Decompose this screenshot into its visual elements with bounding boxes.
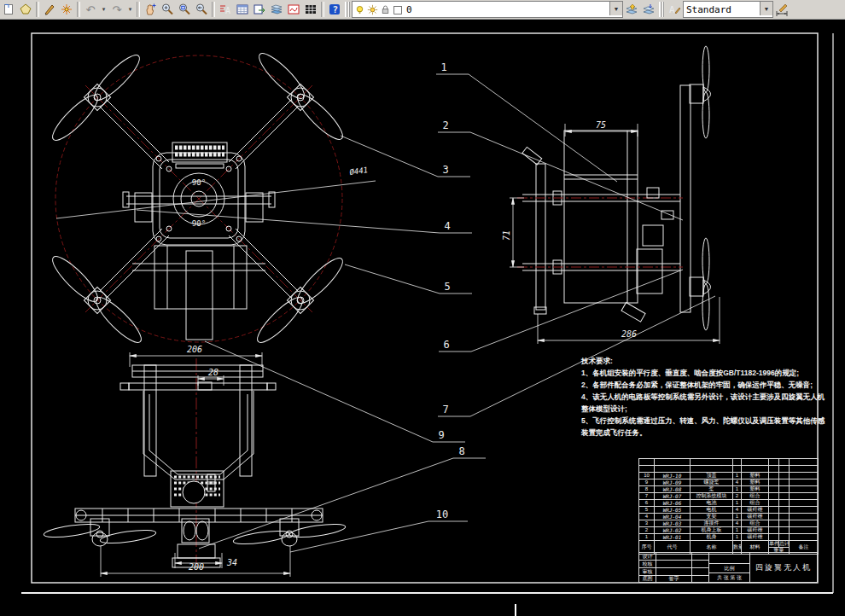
layer-combobox[interactable]: 0 ▼	[352, 1, 623, 18]
redo-button[interactable]: ↷	[108, 1, 125, 18]
notes-line: 2、各部件配合务必加紧，保证整体机架的牢固，确保运作平稳、无噪音;	[581, 379, 825, 391]
toolbar-separator	[137, 2, 140, 17]
cad-application-window: ↶ ▾ ↷ ▾ A ? 0 ▼ A	[0, 0, 845, 616]
bom-cell	[691, 466, 733, 473]
text-style-combobox[interactable]: Standard ▼	[683, 1, 773, 18]
text-style-button[interactable]: A	[666, 1, 683, 18]
bom-cell: 1	[733, 527, 742, 534]
title-block: 设计 校核 审核 底图 签字 比例 共 张 第 张 四旋翼无人机	[638, 552, 818, 583]
bom-cell: 1	[733, 514, 742, 520]
bom-cell	[742, 466, 769, 473]
titleblock-date-cell	[692, 576, 709, 583]
titleblock-sign-cell	[656, 568, 692, 576]
bom-cell	[779, 493, 790, 500]
bom-cell	[790, 479, 819, 486]
design-center-button[interactable]	[251, 1, 268, 18]
edit-text-icon: A	[219, 3, 232, 16]
layers-dialog-button[interactable]	[268, 1, 285, 18]
bom-cell: WRJ-09	[655, 479, 691, 486]
make-object-layer-current-button[interactable]	[623, 1, 640, 18]
dim-34: 34	[226, 558, 237, 567]
zoom-previous-icon	[195, 3, 208, 16]
layer-combo-arrow[interactable]: ▼	[609, 2, 622, 15]
dim-71: 71	[502, 230, 511, 241]
angle-bottom-label: 90°	[192, 219, 206, 228]
bom-cell: 4	[639, 514, 655, 520]
bom-cell	[769, 486, 779, 493]
bom-cell	[779, 507, 790, 514]
bom-cell	[691, 459, 733, 466]
bom-row: 5WRJ-05电机4碳纤维	[639, 507, 819, 514]
layer-previous-icon	[642, 3, 656, 16]
bom-cell: 5	[639, 507, 655, 514]
bom-cell: WRJ-02	[655, 527, 691, 534]
bom-cell: 7	[639, 493, 655, 500]
redo-dropdown[interactable]: ▾	[125, 1, 135, 18]
toolbar: ↶ ▾ ↷ ▾ A ? 0 ▼ A	[0, 0, 845, 20]
bom-cell: 电机	[691, 507, 733, 514]
parts-list-table: 10WRJ-10顶盖1塑料9WRJ-09螺旋桨4塑料8WRJ-08桨1塑料7WR…	[638, 458, 818, 555]
callout-8: 8	[458, 445, 464, 457]
bom-cell	[769, 527, 779, 534]
undo-button[interactable]: ↶	[82, 1, 99, 18]
bom-row: 6WRJ-06电池1组合	[639, 500, 819, 507]
bom-cell	[769, 473, 779, 479]
notes-line: 4、该无人机的电路板等控制系统需另外设计，该设计主要涉及四旋翼无人机	[581, 391, 825, 403]
callout-6: 6	[443, 339, 449, 351]
bom-cell: 电池	[691, 500, 733, 507]
bom-cell	[742, 459, 769, 466]
bom-row	[639, 466, 819, 473]
layer-previous-button[interactable]	[640, 1, 657, 18]
style-combo-arrow[interactable]: ▼	[760, 2, 772, 15]
match-properties-button[interactable]	[41, 1, 58, 18]
toolbar-grip[interactable]	[345, 2, 350, 17]
bom-cell	[779, 466, 790, 473]
titleblock-date-cell	[692, 553, 709, 561]
bom-cell: 塑料	[742, 473, 769, 479]
bom-cell	[779, 527, 790, 534]
bom-row: 3WRJ-03连接件4组合	[639, 520, 819, 527]
bom-row: 1WRJ-01机身1碳纤维	[639, 534, 819, 541]
undo-dropdown[interactable]: ▾	[99, 1, 108, 18]
edit-text-button[interactable]: A	[217, 1, 234, 18]
zoom-window-button[interactable]	[176, 1, 193, 18]
notes-line: 装置完成飞行任务。	[581, 427, 825, 439]
pan-button[interactable]	[142, 1, 159, 18]
help-button[interactable]: ?	[326, 1, 343, 18]
layer-properties-button[interactable]	[234, 1, 251, 18]
bom-cell: 10	[639, 473, 655, 479]
bom-cell	[779, 459, 790, 466]
zoom-previous-button[interactable]	[193, 1, 210, 18]
edit-polyline-button[interactable]	[17, 1, 34, 18]
notes-line: 1、各机组安装的平行度、垂直度、啮合度按GB/T1182-1996的规定;	[581, 367, 825, 379]
polyline-icon	[19, 3, 32, 16]
layer-pages-icon	[625, 3, 638, 16]
bom-cell	[639, 459, 655, 466]
bom-cell	[779, 479, 790, 486]
bom-cell: WRJ-07	[655, 493, 691, 500]
titleblock-date-cell	[692, 568, 709, 576]
plot-style-button[interactable]	[285, 1, 302, 18]
hatch-button[interactable]	[302, 1, 319, 18]
bom-cell: WRJ-08	[655, 486, 691, 493]
bom-row: 7WRJ-07控制系统模块2组合	[639, 493, 819, 500]
explode-icon	[60, 3, 73, 16]
titleblock-date-cell	[692, 561, 709, 568]
bom-cell: 3	[639, 520, 655, 527]
new-drawing-button[interactable]	[0, 1, 17, 18]
callout-10: 10	[436, 508, 448, 520]
zoom-realtime-button[interactable]	[159, 1, 176, 18]
bom-row: 9WRJ-09螺旋桨4塑料	[639, 479, 819, 486]
explode-button[interactable]	[58, 1, 75, 18]
toolbar-separator	[77, 2, 80, 17]
dimension-style-button[interactable]	[773, 1, 790, 18]
bom-cell	[779, 520, 790, 527]
bom-cell: 碳纤维	[742, 507, 769, 514]
bom-cell	[790, 500, 819, 507]
callout-9: 9	[438, 429, 444, 441]
dim-75: 75	[596, 120, 606, 130]
toolbar-grip[interactable]	[659, 2, 664, 17]
red-window-icon	[287, 3, 300, 16]
svg-text:?: ?	[333, 4, 339, 15]
layer-visibility-bulb-icon	[354, 4, 365, 15]
